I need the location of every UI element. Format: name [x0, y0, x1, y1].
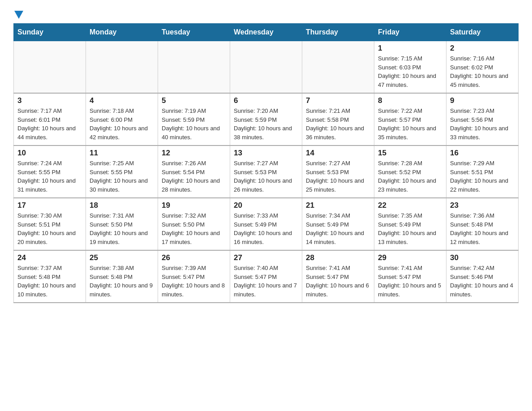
day-info: Sunrise: 7:28 AMSunset: 5:52 PMDaylight:… [378, 159, 442, 194]
calendar-cell: 23Sunrise: 7:36 AMSunset: 5:48 PMDayligh… [446, 198, 519, 250]
day-number: 22 [378, 201, 442, 210]
logo-triangle-icon [14, 11, 23, 19]
day-number: 30 [450, 253, 515, 262]
day-info: Sunrise: 7:15 AMSunset: 6:03 PMDaylight:… [378, 54, 442, 89]
header [13, 9, 519, 19]
day-info: Sunrise: 7:32 AMSunset: 5:50 PMDaylight:… [162, 211, 226, 246]
weekday-header-friday: Friday [374, 24, 446, 41]
day-info: Sunrise: 7:34 AMSunset: 5:49 PMDaylight:… [306, 211, 370, 246]
calendar-cell: 30Sunrise: 7:42 AMSunset: 5:46 PMDayligh… [446, 250, 519, 303]
calendar-cell: 18Sunrise: 7:31 AMSunset: 5:50 PMDayligh… [86, 198, 158, 250]
calendar-cell: 11Sunrise: 7:25 AMSunset: 5:55 PMDayligh… [86, 146, 158, 198]
day-info: Sunrise: 7:41 AMSunset: 5:47 PMDaylight:… [306, 264, 370, 299]
day-number: 12 [162, 149, 226, 158]
day-info: Sunrise: 7:24 AMSunset: 5:55 PMDaylight:… [17, 159, 82, 194]
calendar-cell: 19Sunrise: 7:32 AMSunset: 5:50 PMDayligh… [158, 198, 230, 250]
day-number: 14 [306, 149, 370, 158]
day-number: 7 [306, 96, 370, 105]
day-info: Sunrise: 7:37 AMSunset: 5:48 PMDaylight:… [17, 264, 82, 299]
calendar-cell: 14Sunrise: 7:27 AMSunset: 5:53 PMDayligh… [302, 146, 374, 198]
day-info: Sunrise: 7:27 AMSunset: 5:53 PMDaylight:… [306, 159, 370, 194]
week-row-4: 17Sunrise: 7:30 AMSunset: 5:51 PMDayligh… [14, 198, 519, 250]
day-number: 5 [162, 96, 226, 105]
weekday-header-wednesday: Wednesday [230, 24, 302, 41]
day-number: 26 [162, 253, 226, 262]
calendar-cell: 26Sunrise: 7:39 AMSunset: 5:47 PMDayligh… [158, 250, 230, 303]
calendar-cell [230, 41, 302, 94]
day-number: 25 [90, 253, 154, 262]
day-number: 20 [234, 201, 298, 210]
day-info: Sunrise: 7:38 AMSunset: 5:48 PMDaylight:… [90, 264, 154, 299]
calendar-cell: 27Sunrise: 7:40 AMSunset: 5:47 PMDayligh… [230, 250, 302, 303]
calendar-cell: 1Sunrise: 7:15 AMSunset: 6:03 PMDaylight… [374, 41, 446, 94]
calendar-cell: 24Sunrise: 7:37 AMSunset: 5:48 PMDayligh… [14, 250, 86, 303]
calendar-cell: 16Sunrise: 7:29 AMSunset: 5:51 PMDayligh… [446, 146, 519, 198]
weekday-header-saturday: Saturday [446, 24, 519, 41]
logo [13, 9, 23, 19]
day-number: 21 [306, 201, 370, 210]
day-info: Sunrise: 7:17 AMSunset: 6:01 PMDaylight:… [17, 107, 82, 141]
day-info: Sunrise: 7:27 AMSunset: 5:53 PMDaylight:… [234, 159, 298, 194]
day-info: Sunrise: 7:26 AMSunset: 5:54 PMDaylight:… [162, 159, 226, 194]
day-number: 28 [306, 253, 370, 262]
day-number: 8 [378, 96, 442, 105]
day-info: Sunrise: 7:19 AMSunset: 5:59 PMDaylight:… [162, 107, 226, 141]
week-row-3: 10Sunrise: 7:24 AMSunset: 5:55 PMDayligh… [14, 146, 519, 198]
day-number: 15 [378, 149, 442, 158]
calendar-cell: 29Sunrise: 7:41 AMSunset: 5:47 PMDayligh… [374, 250, 446, 303]
calendar-table: SundayMondayTuesdayWednesdayThursdayFrid… [13, 23, 519, 303]
weekday-header-thursday: Thursday [302, 24, 374, 41]
calendar-cell: 15Sunrise: 7:28 AMSunset: 5:52 PMDayligh… [374, 146, 446, 198]
calendar-cell: 6Sunrise: 7:20 AMSunset: 5:59 PMDaylight… [230, 93, 302, 146]
day-number: 16 [450, 149, 515, 158]
weekday-header-tuesday: Tuesday [158, 24, 230, 41]
day-info: Sunrise: 7:31 AMSunset: 5:50 PMDaylight:… [90, 211, 154, 246]
calendar-cell [158, 41, 230, 94]
calendar-cell: 9Sunrise: 7:23 AMSunset: 5:56 PMDaylight… [446, 93, 519, 146]
calendar-cell: 4Sunrise: 7:18 AMSunset: 6:00 PMDaylight… [86, 93, 158, 146]
day-number: 9 [450, 96, 515, 105]
calendar-cell: 13Sunrise: 7:27 AMSunset: 5:53 PMDayligh… [230, 146, 302, 198]
day-info: Sunrise: 7:20 AMSunset: 5:59 PMDaylight:… [234, 107, 298, 141]
day-info: Sunrise: 7:18 AMSunset: 6:00 PMDaylight:… [90, 107, 154, 141]
day-number: 6 [234, 96, 298, 105]
week-row-2: 3Sunrise: 7:17 AMSunset: 6:01 PMDaylight… [14, 93, 519, 146]
day-number: 19 [162, 201, 226, 210]
day-number: 11 [90, 149, 154, 158]
day-info: Sunrise: 7:39 AMSunset: 5:47 PMDaylight:… [162, 264, 226, 299]
day-number: 24 [17, 253, 82, 262]
calendar-cell: 25Sunrise: 7:38 AMSunset: 5:48 PMDayligh… [86, 250, 158, 303]
day-info: Sunrise: 7:29 AMSunset: 5:51 PMDaylight:… [450, 159, 515, 194]
calendar-cell [86, 41, 158, 94]
calendar-cell [302, 41, 374, 94]
day-info: Sunrise: 7:42 AMSunset: 5:46 PMDaylight:… [450, 264, 515, 299]
day-info: Sunrise: 7:21 AMSunset: 5:58 PMDaylight:… [306, 107, 370, 141]
day-info: Sunrise: 7:16 AMSunset: 6:02 PMDaylight:… [450, 54, 515, 89]
day-number: 17 [17, 201, 82, 210]
day-number: 3 [17, 96, 82, 105]
calendar-cell: 20Sunrise: 7:33 AMSunset: 5:49 PMDayligh… [230, 198, 302, 250]
calendar-cell [14, 41, 86, 94]
day-info: Sunrise: 7:22 AMSunset: 5:57 PMDaylight:… [378, 107, 442, 141]
day-info: Sunrise: 7:23 AMSunset: 5:56 PMDaylight:… [450, 107, 515, 141]
calendar-cell: 12Sunrise: 7:26 AMSunset: 5:54 PMDayligh… [158, 146, 230, 198]
day-number: 27 [234, 253, 298, 262]
day-info: Sunrise: 7:36 AMSunset: 5:48 PMDaylight:… [450, 211, 515, 246]
day-number: 4 [90, 96, 154, 105]
calendar-cell: 10Sunrise: 7:24 AMSunset: 5:55 PMDayligh… [14, 146, 86, 198]
weekday-header-monday: Monday [86, 24, 158, 41]
calendar-cell: 21Sunrise: 7:34 AMSunset: 5:49 PMDayligh… [302, 198, 374, 250]
day-number: 10 [17, 149, 82, 158]
calendar-cell: 3Sunrise: 7:17 AMSunset: 6:01 PMDaylight… [14, 93, 86, 146]
weekday-header-row: SundayMondayTuesdayWednesdayThursdayFrid… [14, 24, 519, 41]
calendar-cell: 2Sunrise: 7:16 AMSunset: 6:02 PMDaylight… [446, 41, 519, 94]
calendar-cell: 28Sunrise: 7:41 AMSunset: 5:47 PMDayligh… [302, 250, 374, 303]
day-info: Sunrise: 7:40 AMSunset: 5:47 PMDaylight:… [234, 264, 298, 299]
day-number: 18 [90, 201, 154, 210]
calendar-cell: 17Sunrise: 7:30 AMSunset: 5:51 PMDayligh… [14, 198, 86, 250]
calendar-cell: 22Sunrise: 7:35 AMSunset: 5:49 PMDayligh… [374, 198, 446, 250]
calendar-cell: 5Sunrise: 7:19 AMSunset: 5:59 PMDaylight… [158, 93, 230, 146]
calendar-cell: 7Sunrise: 7:21 AMSunset: 5:58 PMDaylight… [302, 93, 374, 146]
week-row-5: 24Sunrise: 7:37 AMSunset: 5:48 PMDayligh… [14, 250, 519, 303]
day-number: 29 [378, 253, 442, 262]
